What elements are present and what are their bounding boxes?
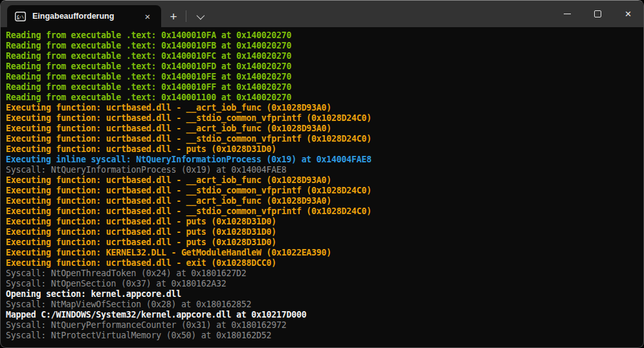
terminal-line: Reading from executable .text: 0x1400010… xyxy=(6,51,638,61)
tab-title: Eingabeaufforderung xyxy=(32,12,139,21)
titlebar[interactable]: C:\ Eingabeaufforderung × + × xyxy=(1,1,643,27)
close-button[interactable]: × xyxy=(613,1,643,27)
terminal-line: Reading from executable .text: 0x1400011… xyxy=(6,92,638,103)
maximize-icon xyxy=(594,10,601,17)
terminal-line: Syscall: NtOpenSection (0x37) at 0x18016… xyxy=(6,279,638,289)
minimize-icon xyxy=(564,14,571,14)
terminal-line: Executing inline syscall: NtQueryInforma… xyxy=(6,155,638,165)
terminal-line: Executing function: ucrtbased.dll - __ac… xyxy=(6,124,638,134)
terminal-line: Executing function: ucrtbased.dll - puts… xyxy=(6,144,638,155)
terminal-line: Syscall: NtProtectVirtualMemory (0x50) a… xyxy=(6,331,638,341)
terminal-line: Syscall: NtOpenThreadToken (0x24) at 0x1… xyxy=(6,268,638,279)
terminal-line: Executing function: ucrtbased.dll - __ac… xyxy=(6,175,638,186)
terminal-line: Executing function: ucrtbased.dll - __ac… xyxy=(6,196,638,206)
terminal-line: Executing function: ucrtbased.dll - __ac… xyxy=(6,103,638,113)
terminal-line: Syscall: NtMapViewOfSection (0x28) at 0x… xyxy=(6,299,638,310)
tab-dropdown-button[interactable] xyxy=(186,5,212,27)
terminal-line: Executing function: ucrtbased.dll - __st… xyxy=(6,186,638,196)
tab-close-icon[interactable]: × xyxy=(139,8,156,24)
tab-eingabeaufforderung[interactable]: C:\ Eingabeaufforderung × xyxy=(7,5,161,27)
new-tab-button[interactable]: + xyxy=(161,5,186,27)
terminal-line: Syscall: NtQueryPerformanceCounter (0x31… xyxy=(6,320,638,331)
chevron-down-icon xyxy=(196,11,205,19)
minimize-button[interactable] xyxy=(552,1,583,27)
terminal-line: Mapped C:/WINDOWS/System32/kernel.appcor… xyxy=(6,310,638,320)
terminal-line: Executing function: ucrtbased.dll - puts… xyxy=(6,217,638,227)
terminal-line: Executing function: ucrtbased.dll - exit… xyxy=(6,258,638,268)
close-icon: × xyxy=(625,8,632,19)
terminal-line: Reading from executable .text: 0x1400010… xyxy=(6,30,638,41)
terminal-line: Syscall: NtQueryInformationProcess (0x19… xyxy=(6,165,638,175)
maximize-button[interactable] xyxy=(583,1,613,27)
terminal-line: Reading from executable .text: 0x1400010… xyxy=(6,72,638,82)
terminal-line: Opening section: kernel.appcore.dll xyxy=(6,289,638,299)
terminal-window: C:\ Eingabeaufforderung × + × Reading fr… xyxy=(0,0,644,348)
terminal-line: Reading from executable .text: 0x1400010… xyxy=(6,82,638,92)
terminal-line: Reading from executable .text: 0x1400010… xyxy=(6,41,638,51)
terminal-line: Reading from executable .text: 0x1400010… xyxy=(6,61,638,72)
terminal-line: Executing function: KERNEL32.DLL - GetMo… xyxy=(6,248,638,258)
cmd-icon: C:\ xyxy=(15,12,26,21)
svg-text:C:\: C:\ xyxy=(17,14,24,18)
terminal-line: Executing function: ucrtbased.dll - __st… xyxy=(6,134,638,144)
terminal-line: Executing function: ucrtbased.dll - puts… xyxy=(6,237,638,248)
terminal-line: Executing function: ucrtbased.dll - __st… xyxy=(6,113,638,124)
terminal-output[interactable]: Reading from executable .text: 0x1400010… xyxy=(1,27,643,341)
terminal-line: Executing function: ucrtbased.dll - puts… xyxy=(6,227,638,237)
titlebar-drag-region[interactable] xyxy=(212,1,552,27)
terminal-line: Executing function: ucrtbased.dll - __st… xyxy=(6,206,638,217)
